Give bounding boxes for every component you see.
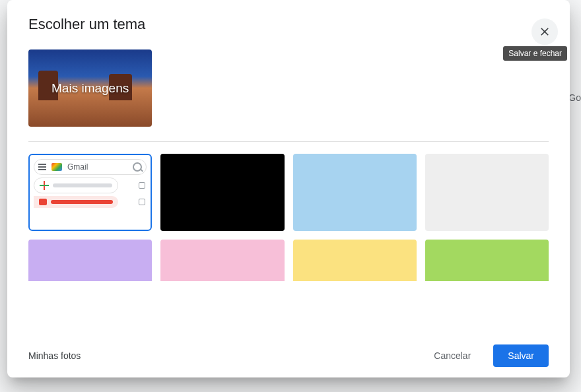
theme-tile-pink[interactable] xyxy=(160,240,284,281)
theme-picker-modal: Escolher um tema Salvar e fechar Mais im… xyxy=(7,0,570,377)
cancel-button[interactable]: Cancelar xyxy=(419,344,485,367)
theme-scroll-area[interactable]: Mais imagens Gmail xyxy=(7,41,570,333)
close-tooltip: Salvar e fechar xyxy=(503,46,567,61)
theme-tile-default-selected[interactable]: Gmail xyxy=(28,154,152,231)
theme-tile-more-images[interactable]: Mais imagens xyxy=(28,49,152,127)
theme-tile-yellow[interactable] xyxy=(293,240,417,281)
checkbox-icon xyxy=(139,199,145,205)
modal-header: Escolher um tema Salvar e fechar xyxy=(7,0,570,41)
checkbox-icon xyxy=(139,182,145,189)
modal-footer: Minhas fotos Cancelar Salvar xyxy=(7,333,570,377)
theme-tile-lightgray[interactable] xyxy=(425,154,549,231)
theme-tile-black[interactable] xyxy=(160,154,284,231)
my-photos-link[interactable]: Minhas fotos xyxy=(28,350,411,361)
close-icon xyxy=(538,25,551,38)
modal-title: Escolher um tema xyxy=(28,16,145,33)
theme-tile-lightblue[interactable] xyxy=(293,154,417,231)
save-button[interactable]: Salvar xyxy=(493,344,549,367)
more-images-label: Mais imagens xyxy=(28,49,152,127)
theme-tile-green[interactable] xyxy=(425,240,549,281)
inbox-icon xyxy=(39,199,47,205)
mini-inbox xyxy=(34,196,118,208)
backdrop-hint: Go xyxy=(568,92,581,103)
mini-gmail-header: Gmail xyxy=(34,159,147,175)
gmail-icon xyxy=(51,163,62,171)
section-divider xyxy=(28,141,549,142)
search-icon xyxy=(133,162,142,172)
hamburger-icon xyxy=(38,164,46,170)
plus-icon xyxy=(40,181,49,190)
gmail-label: Gmail xyxy=(67,162,127,172)
theme-tile-lavender[interactable] xyxy=(28,240,152,281)
mini-compose xyxy=(34,178,118,193)
